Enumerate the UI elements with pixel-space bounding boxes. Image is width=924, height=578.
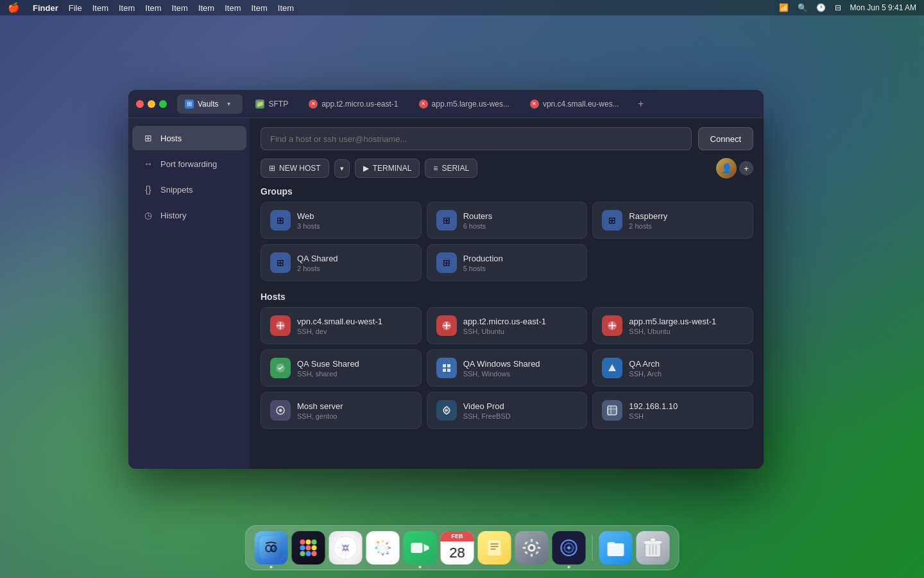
tab-app-m5[interactable]: ✕ app.m5.large.us-wes... xyxy=(411,96,517,112)
sftp-tab-icon: 📁 xyxy=(255,100,264,109)
host-m5-icon xyxy=(602,315,622,336)
host-windows-info: QA Windows Shared SSH, Windows xyxy=(463,359,540,378)
add-account-button[interactable]: + xyxy=(739,161,753,175)
app-body: ⊞ Hosts ↔ Port forwarding {} Snippets ◷ … xyxy=(128,118,764,469)
dock-facetime[interactable] xyxy=(404,531,437,565)
vaults-dropdown-icon[interactable]: ▾ xyxy=(222,98,235,110)
group-web[interactable]: ⊞ Web 3 hosts xyxy=(261,202,422,239)
menu-item-2[interactable]: Item xyxy=(119,3,135,13)
terminal-button[interactable]: ▶ TERMINAL xyxy=(355,159,420,178)
svg-rect-36 xyxy=(411,543,423,553)
host-arch-sub: SSH, Arch xyxy=(629,370,662,378)
search-bar: Connect xyxy=(261,127,753,150)
sidebar-item-history[interactable]: ◷ History xyxy=(132,203,246,227)
svg-point-22 xyxy=(306,545,311,550)
host-app-m5[interactable]: app.m5.large.us-west-1 SSH, Ubuntu xyxy=(592,307,753,344)
host-qa-windows[interactable]: QA Windows Shared SSH, Windows xyxy=(427,349,588,387)
groups-grid: ⊞ Web 3 hosts ⊞ Routers 6 hosts xyxy=(261,202,753,281)
clock-icon[interactable]: 🕐 xyxy=(816,3,826,12)
dock-photos[interactable] xyxy=(366,531,400,565)
dock-files[interactable] xyxy=(599,531,633,565)
facetime-dot xyxy=(419,566,422,568)
menu-item-7[interactable]: Item xyxy=(251,3,267,13)
menu-item-8[interactable]: Item xyxy=(278,3,294,13)
dock-safari[interactable] xyxy=(329,531,363,565)
svg-point-25 xyxy=(306,551,311,556)
control-center-icon[interactable]: ⊟ xyxy=(835,3,841,12)
dock-royal-tsx[interactable] xyxy=(552,531,586,565)
sidebar: ⊞ Hosts ↔ Port forwarding {} Snippets ◷ … xyxy=(128,118,250,469)
group-production-count: 5 hosts xyxy=(463,265,503,272)
sidebar-item-port-forwarding[interactable]: ↔ Port forwarding xyxy=(132,152,246,176)
host-app-t2[interactable]: app.t2.micro.us-east-1 SSH, Ubuntu xyxy=(427,307,588,344)
sidebar-item-snippets[interactable]: {} Snippets xyxy=(132,177,246,202)
group-qa-shared[interactable]: ⊞ QA Shared 2 hosts xyxy=(261,244,422,281)
terminal-icon: ▶ xyxy=(363,164,369,173)
menu-file[interactable]: File xyxy=(69,3,82,13)
host-ip-icon xyxy=(602,400,622,421)
menu-item-3[interactable]: Item xyxy=(145,3,161,13)
menu-item-6[interactable]: Item xyxy=(225,3,241,13)
host-video-prod[interactable]: Video Prod SSH, FreeBSD xyxy=(427,392,588,429)
group-production[interactable]: ⊞ Production 5 hosts xyxy=(427,244,588,281)
host-t2-info: app.t2.micro.us-east-1 SSH, Ubuntu xyxy=(463,317,546,335)
menu-item-4[interactable]: Item xyxy=(172,3,188,13)
new-host-dropdown[interactable]: ▾ xyxy=(334,159,350,178)
dock-trash[interactable] xyxy=(637,531,670,565)
tab2-label: app.m5.large.us-wes... xyxy=(432,100,509,109)
svg-rect-59 xyxy=(651,538,656,541)
maximize-button[interactable] xyxy=(159,100,167,108)
host-ip[interactable]: 192.168.1.10 SSH xyxy=(592,392,753,429)
search-icon[interactable]: 🔍 xyxy=(798,3,807,12)
host-video-icon xyxy=(436,400,457,421)
group-routers[interactable]: ⊞ Routers 6 hosts xyxy=(427,202,588,239)
tab-app-t2[interactable]: ✕ app.t2.micro.us-east-1 xyxy=(301,96,406,112)
host-qa-suse[interactable]: QA Suse Shared SSH, shared xyxy=(261,349,422,387)
new-tab-button[interactable]: + xyxy=(635,98,647,110)
apple-menu[interactable]: 🍎 xyxy=(8,2,20,13)
svg-point-26 xyxy=(312,551,317,556)
tab-vpn[interactable]: ✕ vpn.c4.small.eu-wes... xyxy=(522,96,627,112)
dock-launchpad[interactable] xyxy=(292,531,325,565)
group-raspberry[interactable]: ⊞ Raspberry 2 hosts xyxy=(592,202,753,239)
serial-button[interactable]: ≡ SERIAL xyxy=(425,159,477,178)
wifi-icon[interactable]: 📶 xyxy=(779,3,789,12)
tab-vaults[interactable]: ⊞ Vaults ▾ xyxy=(177,94,243,114)
group-web-name: Web xyxy=(297,211,320,221)
host-windows-sub: SSH, Windows xyxy=(463,370,540,378)
snippets-icon: {} xyxy=(142,184,154,195)
svg-point-9 xyxy=(279,409,282,412)
tab-sftp[interactable]: 📁 SFTP xyxy=(248,96,296,112)
menu-item-1[interactable]: Item xyxy=(92,3,108,13)
tab1-close-icon[interactable]: ✕ xyxy=(309,100,318,109)
host-qa-arch[interactable]: QA Arch SSH, Arch xyxy=(592,349,753,387)
new-host-button[interactable]: ⊞ NEW HOST xyxy=(261,159,329,178)
host-video-name: Video Prod xyxy=(463,401,511,411)
sidebar-history-label: History xyxy=(160,211,186,220)
host-mosh[interactable]: Mosh server SSH, gentoo xyxy=(261,392,422,429)
sidebar-item-hosts[interactable]: ⊞ Hosts xyxy=(132,126,246,150)
connect-button[interactable]: Connect xyxy=(698,127,753,150)
toolbar: ⊞ NEW HOST ▾ ▶ TERMINAL ≡ SERIAL 👤 + xyxy=(261,158,753,179)
search-input[interactable] xyxy=(261,127,692,150)
group-web-icon: ⊞ xyxy=(270,210,291,231)
dock-notes[interactable] xyxy=(478,531,511,565)
svg-rect-38 xyxy=(488,540,501,556)
app-name[interactable]: Finder xyxy=(33,3,58,13)
user-avatar[interactable]: 👤 xyxy=(716,158,737,179)
group-routers-count: 6 hosts xyxy=(463,222,493,230)
dock-calendar[interactable]: FEB 28 xyxy=(441,531,474,565)
dock-finder[interactable] xyxy=(255,531,288,565)
host-vpn[interactable]: vpn.c4.small.eu-west-1 SSH, dev xyxy=(261,307,422,344)
host-suse-info: QA Suse Shared SSH, shared xyxy=(297,359,359,378)
tab3-close-icon[interactable]: ✕ xyxy=(530,100,539,109)
group-qa-shared-info: QA Shared 2 hosts xyxy=(297,254,338,272)
menu-item-5[interactable]: Item xyxy=(198,3,214,13)
tab1-label: app.t2.micro.us-east-1 xyxy=(321,100,398,109)
minimize-button[interactable] xyxy=(148,100,155,108)
svg-rect-49 xyxy=(535,541,539,545)
terminal-label: TERMINAL xyxy=(373,164,412,173)
tab2-close-icon[interactable]: ✕ xyxy=(419,100,428,109)
dock-system-preferences[interactable] xyxy=(515,531,549,565)
close-button[interactable] xyxy=(136,100,144,108)
